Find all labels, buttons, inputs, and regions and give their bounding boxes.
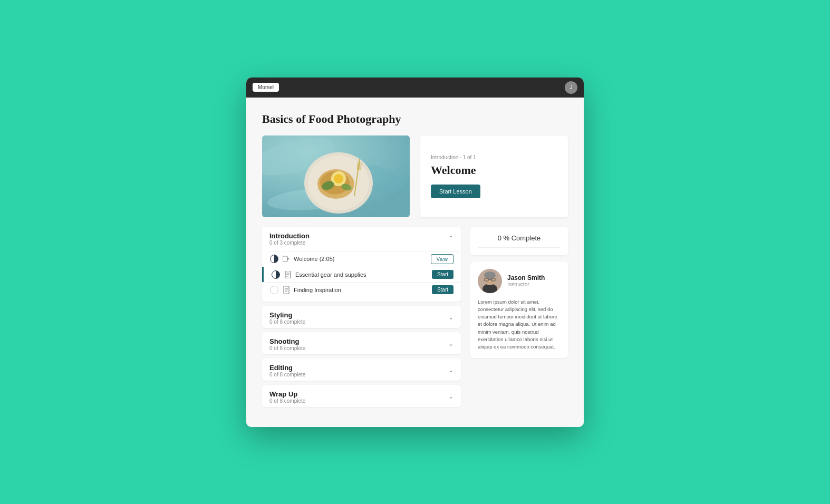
chevron-down-icon: ⌄ — [448, 393, 453, 401]
section-styling-progress: 0 of 8 complete — [269, 319, 305, 325]
lesson-essential-gear-name: Essential gear and supplies — [295, 272, 432, 278]
instructor-panel: Jason Smith Instructor Lorem ipsum dolor… — [470, 261, 568, 358]
chevron-up-icon: ⌃ — [448, 235, 453, 243]
instructor-avatar — [478, 269, 502, 293]
section-shooting-header[interactable]: Shooting 0 of 8 complete ⌄ — [262, 332, 461, 354]
section-shooting-progress: 0 of 8 complete — [269, 345, 305, 351]
video-icon — [282, 255, 291, 263]
welcome-heading: Welcome — [431, 163, 476, 177]
instructor-info: Jason Smith Instructor — [507, 274, 545, 287]
instructor-header: Jason Smith Instructor — [478, 269, 561, 293]
section-styling-header[interactable]: Styling 0 of 8 complete ⌄ — [262, 306, 461, 328]
active-lesson-indicator — [262, 267, 264, 282]
svg-line-16 — [361, 162, 361, 170]
lesson-status-icon — [269, 254, 279, 264]
svg-point-30 — [484, 272, 496, 279]
section-wrap-up-name: Wrap Up — [269, 390, 305, 398]
chevron-down-icon: ⌄ — [448, 340, 453, 348]
lesson-status-icon — [271, 270, 281, 279]
section-shooting: Shooting 0 of 8 complete ⌄ — [262, 332, 461, 354]
course-title: Basics of Food Photography — [262, 112, 568, 126]
lesson-finding-inspiration: Finding Inspiration Start — [262, 282, 461, 297]
start-lesson-button[interactable]: Start Lesson — [431, 185, 480, 198]
user-avatar[interactable]: J — [565, 81, 577, 94]
empty-icon — [270, 286, 278, 294]
main-columns: Introduction 0 of 3 complete ⌃ — [262, 227, 568, 411]
chevron-down-icon: ⌄ — [448, 314, 453, 322]
section-introduction: Introduction 0 of 3 complete ⌃ — [262, 227, 461, 302]
section-shooting-name: Shooting — [269, 337, 305, 345]
lesson-finding-inspiration-name: Finding Inspiration — [294, 287, 432, 293]
welcome-panel: Introduction · 1 of 1 Welcome Start Less… — [420, 135, 568, 217]
half-complete-icon — [272, 270, 280, 279]
section-introduction-header[interactable]: Introduction 0 of 3 complete ⌃ — [262, 227, 461, 249]
section-editing-name: Editing — [269, 364, 305, 372]
sections-list: Introduction 0 of 3 complete ⌃ — [262, 227, 461, 411]
table-row: Finding Inspiration Start — [262, 282, 461, 297]
section-editing-progress: 0 of 8 complete — [269, 372, 305, 377]
lesson-essential-gear-start-button[interactable]: Start — [432, 270, 453, 279]
section-editing-header[interactable]: Editing 0 of 8 complete ⌄ — [262, 358, 461, 381]
top-section: Introduction · 1 of 1 Welcome Start Less… — [262, 135, 568, 217]
lesson-essential-gear: Essential gear and supplies Start — [262, 267, 461, 282]
welcome-intro-label: Introduction · 1 of 1 — [431, 154, 476, 160]
svg-line-14 — [358, 162, 358, 170]
doc-icon — [282, 286, 291, 294]
course-hero-image — [262, 135, 410, 217]
instructor-role: Instructor — [507, 282, 545, 287]
half-complete-icon — [270, 255, 278, 263]
lesson-status-icon — [269, 285, 279, 295]
lesson-finding-inspiration-start-button[interactable]: Start — [432, 285, 453, 294]
browser-tab[interactable]: Morsel — [253, 83, 279, 92]
progress-label: 0 % Complete — [478, 234, 561, 242]
svg-rect-17 — [283, 256, 287, 261]
introduction-lessons: Welcome (2:05) View — [262, 249, 461, 302]
svg-point-10 — [334, 174, 343, 183]
browser-window: Morsel J Basics of Food Photography — [246, 77, 584, 427]
section-wrap-up: Wrap Up 0 of 8 complete ⌄ — [262, 385, 461, 407]
instructor-bio: Lorem ipsum dolor sit amet, consectetur … — [478, 298, 561, 351]
lesson-welcome: Welcome (2:05) View — [262, 251, 461, 267]
section-styling-name: Styling — [269, 311, 305, 319]
table-row: Welcome (2:05) View — [262, 251, 461, 267]
chevron-down-icon: ⌄ — [448, 366, 453, 374]
page-content: Basics of Food Photography — [246, 98, 584, 427]
progress-panel: 0 % Complete — [470, 227, 568, 255]
doc-icon — [284, 271, 292, 278]
right-column: 0 % Complete — [470, 227, 568, 411]
instructor-photo — [478, 269, 502, 293]
svg-line-15 — [359, 162, 360, 170]
section-wrap-up-header[interactable]: Wrap Up 0 of 8 complete ⌄ — [262, 385, 461, 407]
lesson-welcome-view-button[interactable]: View — [431, 254, 454, 264]
lesson-welcome-name: Welcome (2:05) — [294, 256, 431, 262]
table-row: Essential gear and supplies Start — [262, 267, 461, 282]
progress-divider — [478, 247, 561, 248]
section-editing: Editing 0 of 8 complete ⌄ — [262, 358, 461, 381]
instructor-name: Jason Smith — [507, 274, 545, 282]
svg-marker-18 — [287, 258, 289, 260]
hero-image-svg — [262, 135, 410, 217]
section-introduction-name: Introduction — [269, 232, 310, 240]
browser-bar: Morsel J — [246, 77, 584, 98]
section-styling: Styling 0 of 8 complete ⌄ — [262, 306, 461, 328]
section-wrap-up-progress: 0 of 8 complete — [269, 398, 305, 404]
section-introduction-progress: 0 of 3 complete — [269, 240, 310, 246]
